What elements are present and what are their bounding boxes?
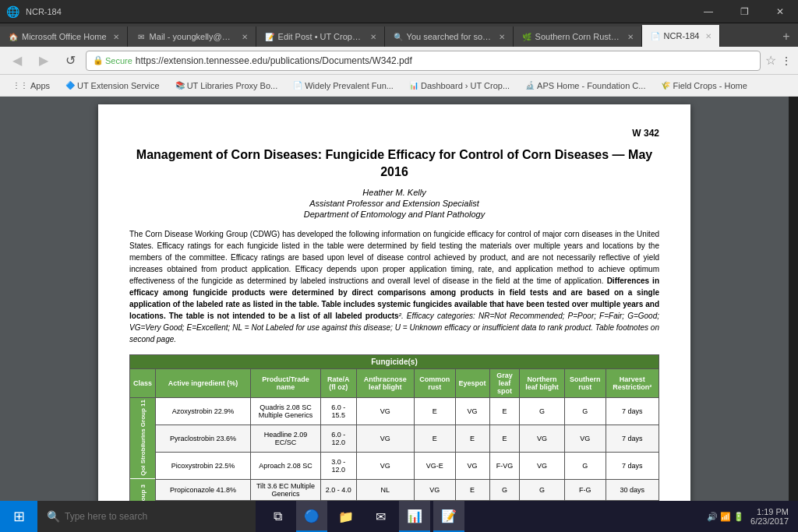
- secure-badge: 🔒 Secure: [93, 55, 132, 65]
- harvest-cell: 7 days: [606, 425, 659, 452]
- gray-leaf-cell: E: [489, 397, 520, 425]
- bookmark-libraries[interactable]: 📚 UT Libraries Proxy Bo...: [169, 79, 284, 92]
- tab-rust[interactable]: 🌿 Southern Corn Rust in ... ✕: [514, 26, 642, 47]
- browser-content[interactable]: W 342 Management of Corn Diseases: Fungi…: [0, 97, 789, 501]
- doc-author: Heather M. Kelly: [129, 188, 659, 197]
- close-button[interactable]: ✕: [762, 0, 798, 23]
- bookmark-aps[interactable]: 🔬 APS Home - Foundation C...: [519, 79, 651, 92]
- bookmark-extension[interactable]: 🔷 UT Extension Service: [59, 79, 166, 92]
- bookmark-fungi[interactable]: 📄 Widely Prevalent Fun...: [287, 79, 400, 92]
- maximize-button[interactable]: ❐: [726, 0, 762, 23]
- tab-office[interactable]: 🏠 Microsoft Office Home ✕: [0, 26, 128, 47]
- menu-button[interactable]: ⋮: [781, 55, 792, 67]
- excel-button[interactable]: 📊: [399, 501, 430, 532]
- tab-favicon: 🔍: [393, 31, 404, 42]
- taskbar-icons: ⧉ 🔵 📁 ✉ 📊 📝: [256, 501, 471, 532]
- common-rust-cell: E: [415, 425, 456, 452]
- tab-edit[interactable]: 📝 Edit Post • UT Crops Ne... ✕: [256, 26, 385, 47]
- taskview-button[interactable]: ⧉: [262, 501, 293, 532]
- tabs-bar: 🏠 Microsoft Office Home ✕ ✉ Mail - young…: [0, 23, 798, 47]
- tab-close-office[interactable]: ✕: [113, 33, 119, 41]
- tab-close-ncr[interactable]: ✕: [705, 32, 711, 41]
- clock-date: 6/23/2017: [750, 516, 789, 526]
- rate-cell: 6.0 - 15.5: [320, 397, 356, 425]
- table-row: DMI Triazoles Group 3 Propiconazole 41.8…: [130, 479, 659, 500]
- southern-cell: F-G: [564, 479, 606, 500]
- tab-close-search[interactable]: ✕: [499, 33, 505, 41]
- product-cell: Quadris 2.08 SC Multiple Generics: [251, 397, 321, 425]
- col-product: Product/Trade name: [251, 368, 321, 397]
- doc-title: Management of Corn Diseases: Fungicide E…: [129, 146, 659, 181]
- tab-label: Edit Post • UT Crops Ne...: [278, 32, 364, 41]
- tab-close-edit[interactable]: ✕: [370, 33, 376, 41]
- bookmark-dashboard[interactable]: 📊 Dashboard › UT Crop...: [403, 79, 516, 92]
- col-eyespot: Eyespot: [455, 368, 489, 397]
- tab-label: Southern Corn Rust in ...: [535, 32, 621, 41]
- start-button[interactable]: ⊞: [0, 501, 37, 532]
- southern-cell: VG: [564, 425, 606, 452]
- tab-ncr[interactable]: 📄 NCR-184 ✕: [642, 25, 721, 47]
- body-text: The Corn Disease Working Group (CDWG) ha…: [129, 230, 659, 285]
- gray-leaf-cell: E: [489, 425, 520, 452]
- taskbar-right: 🔊 📶 🔋 1:19 PM 6/23/2017: [697, 507, 798, 526]
- product-cell: Headline 2.09 EC/SC: [251, 425, 321, 452]
- eyespot-cell: VG: [455, 452, 489, 479]
- bookmark-apps[interactable]: ⋮⋮ Apps: [6, 79, 56, 92]
- doc-id: W 342: [129, 128, 659, 139]
- back-button[interactable]: ◀: [6, 50, 28, 72]
- system-tray-icons: 🔊 📶 🔋: [707, 512, 744, 522]
- titlebar: 🌐 NCR-184 — ❐ ✕: [0, 0, 798, 23]
- tab-favicon: 📝: [264, 31, 275, 42]
- product-cell: Aproach 2.08 SC: [251, 452, 321, 479]
- word-button[interactable]: 📝: [433, 501, 464, 532]
- rate-cell: 3.0 - 12.0: [320, 452, 356, 479]
- tab-close-mail[interactable]: ✕: [242, 33, 248, 41]
- tab-close-rust[interactable]: ✕: [627, 33, 634, 41]
- table-row: Pyraclostrobin 23.6% Headline 2.09 EC/SC…: [130, 425, 659, 452]
- pdf-page: W 342 Management of Corn Diseases: Fungi…: [98, 104, 690, 501]
- harvest-cell: 7 days: [606, 397, 659, 425]
- tab-search[interactable]: 🔍 You searched for south... ✕: [385, 26, 514, 47]
- tab-label: Mail - youngkelly@uti...: [150, 32, 235, 41]
- reload-button[interactable]: ↺: [59, 50, 81, 72]
- col-harvest: Harvest Restriction²: [606, 368, 659, 397]
- taskbar-search[interactable]: 🔍: [37, 501, 256, 532]
- common-rust-cell: VG-E: [415, 452, 456, 479]
- bookmark-star[interactable]: ☆: [765, 53, 776, 68]
- table-row: Qoi Strobilurins Group 11 Azoxystrobin 2…: [130, 397, 659, 425]
- ai-cell: Propiconazole 41.8%: [156, 479, 251, 500]
- window-title: NCR-184: [26, 7, 690, 16]
- doc-body: The Corn Disease Working Group (CDWG) ha…: [129, 228, 659, 345]
- explorer-button[interactable]: 📁: [330, 501, 362, 532]
- fungicide-table: Fungicide(s) Class Active ingredient (%)…: [129, 354, 659, 501]
- bookmarks-bar: ⋮⋮ Apps 🔷 UT Extension Service 📚 UT Libr…: [0, 75, 798, 97]
- rate-cell: 2.0 - 4.0: [320, 479, 356, 500]
- search-input[interactable]: [65, 511, 246, 522]
- new-tab-button[interactable]: +: [775, 26, 798, 47]
- minimize-button[interactable]: —: [690, 0, 726, 23]
- col-common-rust: Common rust: [415, 368, 456, 397]
- harvest-cell: 30 days: [606, 479, 659, 500]
- common-rust-cell: E: [415, 397, 456, 425]
- product-cell: Tilt 3.6 EC Multiple Generics: [251, 479, 321, 500]
- tab-favicon: 🏠: [8, 31, 19, 42]
- tab-mail[interactable]: ✉ Mail - youngkelly@uti... ✕: [128, 26, 256, 47]
- edge-button[interactable]: 🔵: [296, 501, 327, 532]
- anthracnose-cell: VG: [356, 425, 414, 452]
- table-row: Picoxystrobin 22.5% Aproach 2.08 SC 3.0 …: [130, 452, 659, 479]
- table-main-header: Fungicide(s): [130, 354, 659, 368]
- eyespot-cell: E: [455, 425, 489, 452]
- forward-button[interactable]: ▶: [33, 50, 55, 72]
- southern-cell: G: [564, 452, 606, 479]
- northern-cell: VG: [520, 425, 564, 452]
- northern-cell: VG: [520, 452, 564, 479]
- clock-time: 1:19 PM: [757, 507, 789, 516]
- fungi-icon: 📄: [293, 81, 302, 90]
- col-anthracnose: Anthracnose leaf blight: [356, 368, 414, 397]
- taskbar: ⊞ 🔍 ⧉ 🔵 📁 ✉ 📊 📝 🔊 📶 🔋 1:19 PM 6/23/2017: [0, 501, 798, 532]
- eyespot-cell: VG: [455, 397, 489, 425]
- mail-app-button[interactable]: ✉: [365, 501, 396, 532]
- url-bar[interactable]: 🔒 Secure https://extension.tennessee.edu…: [86, 51, 761, 71]
- taskbar-clock: 1:19 PM 6/23/2017: [750, 507, 789, 526]
- bookmark-fieldcrops[interactable]: 🌾 Field Crops - Home: [655, 79, 753, 92]
